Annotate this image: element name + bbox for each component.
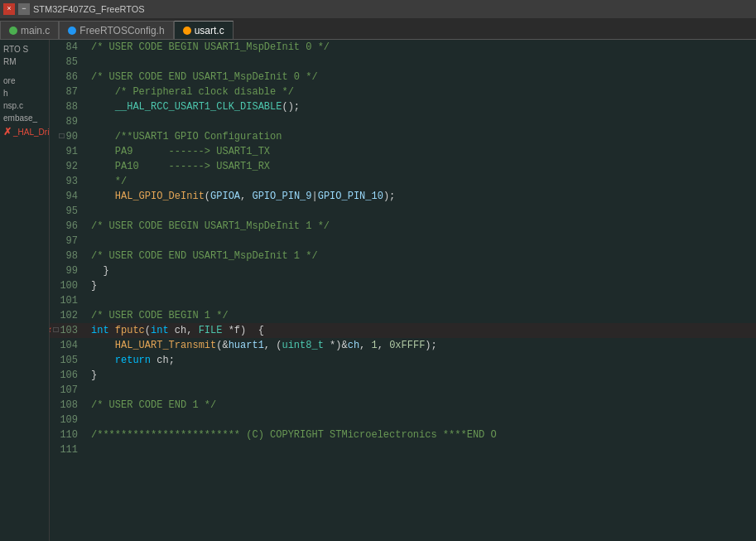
line-num-97: 97 (50, 234, 84, 249)
line-num-87: 87 (50, 85, 84, 99)
code-line-111: 111 (50, 442, 756, 457)
tab-main[interactable]: main.c (0, 21, 59, 39)
minimize-button[interactable]: − (18, 3, 30, 15)
line-num-109: 109 (50, 413, 84, 427)
fold-marker-103[interactable]: □ (53, 323, 58, 338)
code-line-108: 108 /* USER CODE END 1 */ (50, 398, 756, 413)
code-text-88: __HAL_RCC_USART1_CLK_DISABLE(); (84, 99, 756, 114)
code-line-101: 101 (50, 293, 756, 308)
sidebar-item-nsp: nsp.c (0, 99, 49, 112)
code-line-91: 91 PA9 ------> USART1_TX (50, 144, 756, 159)
code-line-93: 93 */ (50, 174, 756, 189)
code-line-85: 85 (50, 55, 756, 70)
tab-freertos-icon (68, 27, 76, 35)
line-num-84: 84 (50, 40, 84, 55)
code-line-95: 95 (50, 204, 756, 219)
line-num-91: 91 (50, 144, 84, 159)
line-num-89: 89 (50, 114, 84, 129)
line-num-107: 107 (50, 383, 84, 398)
code-text-84: /* USER CODE BEGIN USART1_MspDeInit 0 */ (84, 40, 756, 55)
line-num-111: 111 (50, 442, 84, 457)
code-line-92: 92 PA10 ------> USART1_RX (50, 159, 756, 174)
sidebar-item-hal: ✗ _HAL_Dri (0, 124, 49, 139)
code-line-110: 110 /************************ (C) COPYRI… (50, 427, 756, 442)
line-num-101: 101 (50, 293, 84, 308)
code-text-94: HAL_GPIO_DeInit(GPIOA, GPIO_PIN_9|GPIO_P… (84, 189, 756, 204)
line-num-98: 98 (50, 249, 84, 263)
code-line-98: 98 /* USER CODE END USART1_MspDeInit 1 *… (50, 249, 756, 263)
code-line-104: 104 HAL_UART_Transmit(&huart1, (uint8_t … (50, 338, 756, 353)
line-num-93: 93 (50, 174, 84, 189)
code-text-104: HAL_UART_Transmit(&huart1, (uint8_t *)&c… (84, 338, 756, 353)
code-text-92: PA10 ------> USART1_RX (84, 159, 756, 174)
code-text-86: /* USER CODE END USART1_MspDeInit 0 */ (84, 70, 756, 85)
error-icon: ✗ (3, 126, 12, 138)
window-title: STM32F407ZG_FreeRTOS (33, 4, 145, 14)
tab-main-icon (9, 27, 17, 35)
code-line-106: 106 } (50, 368, 756, 383)
sidebar-hal-label: _HAL_Dri (13, 128, 49, 137)
sidebar-item-rm: RM (0, 56, 49, 68)
sidebar-item-rtos: RTO S (0, 43, 49, 56)
code-area[interactable]: 84 /* USER CODE BEGIN USART1_MspDeInit 0… (50, 40, 756, 541)
tab-freertos[interactable]: FreeRTOSConfig.h (59, 21, 173, 39)
line-num-110: 110 (50, 427, 84, 442)
line-num-103: ✗ □ 103 (50, 323, 84, 338)
tab-usart[interactable]: usart.c (174, 21, 234, 39)
sidebar-item-ore: ore (0, 75, 49, 87)
code-text-98: /* USER CODE END USART1_MspDeInit 1 */ (84, 249, 756, 263)
line-num-95: 95 (50, 204, 84, 219)
code-text-102: /* USER CODE BEGIN 1 */ (84, 308, 756, 323)
code-line-89: 89 (50, 114, 756, 129)
code-text-99: } (84, 263, 756, 278)
line-num-106: 106 (50, 368, 84, 383)
fold-marker-90[interactable]: □ (60, 129, 65, 144)
code-line-87: 87 /* Peripheral clock disable */ (50, 85, 756, 99)
line-num-94: 94 (50, 189, 84, 204)
line-num-99: 99 (50, 263, 84, 278)
tab-usart-label: usart.c (195, 25, 224, 36)
code-line-100: 100 } (50, 278, 756, 293)
code-line-105: 105 return ch; (50, 353, 756, 368)
code-text-103: int fputc(int ch, FILE *f) { (84, 323, 756, 338)
sidebar-item-h: h (0, 87, 49, 99)
line-num-90: □ 90 (50, 129, 84, 144)
line-num-105: 105 (50, 353, 84, 368)
code-line-107: 107 (50, 383, 756, 398)
code-line-90: □ 90 /**USART1 GPIO Configuration (50, 129, 756, 144)
code-text-96: /* USER CODE BEGIN USART1_MspDeInit 1 */ (84, 219, 756, 234)
code-text-100: } (84, 278, 756, 293)
code-line-109: 109 (50, 413, 756, 427)
code-text-93: */ (84, 174, 756, 189)
code-text-106: } (84, 368, 756, 383)
tab-main-label: main.c (21, 25, 50, 36)
code-text-108: /* USER CODE END 1 */ (84, 398, 756, 413)
line-num-104: 104 (50, 338, 84, 353)
code-line-96: 96 /* USER CODE BEGIN USART1_MspDeInit 1… (50, 219, 756, 234)
line-num-88: 88 (50, 99, 84, 114)
main-layout: RTO S RM ore h nsp.c embase_ ✗ _HAL_Dri … (0, 40, 756, 541)
code-line-103: ✗ □ 103 int fputc(int ch, FILE *f) { (50, 323, 756, 338)
code-line-99: 99 } (50, 263, 756, 278)
line-num-102: 102 (50, 308, 84, 323)
tab-usart-icon (183, 27, 191, 35)
code-content: 84 /* USER CODE BEGIN USART1_MspDeInit 0… (50, 40, 756, 541)
title-bar: × − STM32F407ZG_FreeRTOS (0, 0, 756, 18)
code-line-94: 94 HAL_GPIO_DeInit(GPIOA, GPIO_PIN_9|GPI… (50, 189, 756, 204)
line-num-86: 86 (50, 70, 84, 85)
tab-bar: main.c FreeRTOSConfig.h usart.c (0, 18, 756, 40)
error-marker-103: ✗ (50, 323, 51, 338)
code-text-110: /************************ (C) COPYRIGHT … (84, 427, 756, 442)
code-text-105: return ch; (84, 353, 756, 368)
code-line-86: 86 /* USER CODE END USART1_MspDeInit 0 *… (50, 70, 756, 85)
line-num-100: 100 (50, 278, 84, 293)
tab-freertos-label: FreeRTOSConfig.h (79, 25, 164, 36)
close-button[interactable]: × (3, 3, 15, 15)
code-line-102: 102 /* USER CODE BEGIN 1 */ (50, 308, 756, 323)
line-num-92: 92 (50, 159, 84, 174)
code-text-91: PA9 ------> USART1_TX (84, 144, 756, 159)
line-num-108: 108 (50, 398, 84, 413)
line-num-96: 96 (50, 219, 84, 234)
code-line-88: 88 __HAL_RCC_USART1_CLK_DISABLE(); (50, 99, 756, 114)
sidebar-item-embase: embase_ (0, 112, 49, 124)
